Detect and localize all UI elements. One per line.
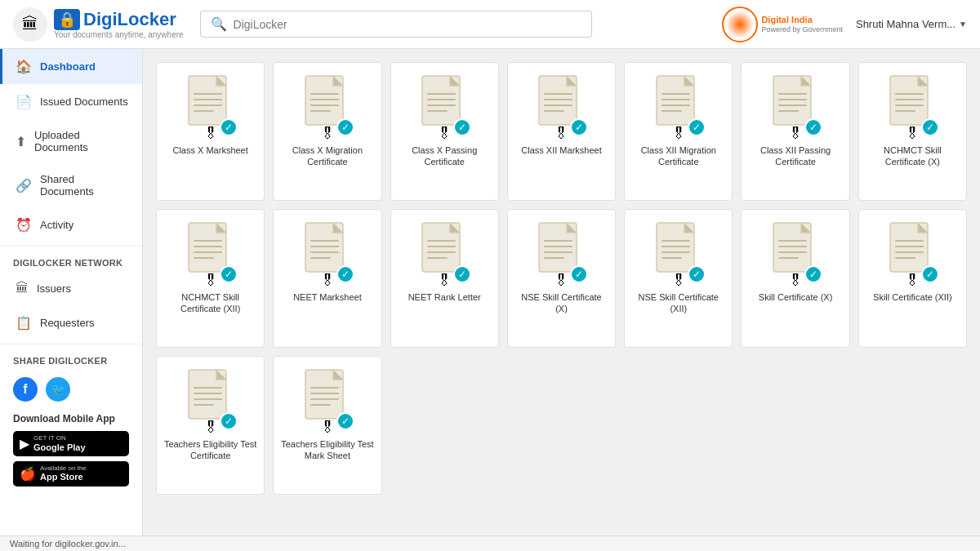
- ribbon-icon: 🎖: [905, 127, 920, 141]
- doc-label: Class X Passing Certificate: [398, 144, 492, 168]
- user-name: Shruti Mahna Verm...: [856, 18, 956, 30]
- digital-india-emblem: [722, 7, 758, 42]
- doc-card-class-x-migration[interactable]: ✓ 🎖 Class X Migration Certificate: [273, 62, 381, 201]
- doc-label: Class XII Marksheet: [521, 144, 601, 156]
- doc-label: NEET Marksheet: [293, 291, 362, 303]
- download-app-label: Download Mobile App: [0, 410, 142, 428]
- doc-icon-skill-cert-xii: ✓ 🎖: [884, 220, 941, 285]
- status-text: Waiting for digilocker.gov.in...: [10, 539, 126, 549]
- upload-icon: ⬆: [16, 134, 26, 149]
- doc-icon-class-x-migration: ✓ 🎖: [299, 73, 356, 138]
- doc-card-class-x-passing[interactable]: ✓ 🎖 Class X Passing Certificate: [390, 62, 499, 201]
- doc-label: NEET Rank Letter: [408, 291, 481, 303]
- ribbon-icon: 🎖: [320, 127, 335, 141]
- google-play-icon: ▶: [20, 436, 29, 451]
- doc-label: Class XII Passing Certificate: [748, 144, 842, 168]
- digital-india-logo: Digital India Powered by Government: [722, 7, 843, 42]
- doc-card-nse-skill-xii[interactable]: ✓ 🎖 NSE Skill Certificate (XII): [624, 209, 733, 348]
- doc-label: Skill Certificate (XII): [873, 291, 952, 303]
- divider-1: [0, 246, 142, 247]
- emblem-icon: 🏛: [13, 7, 47, 42]
- doc-icon-nchmct-skill-xii: ✓ 🎖: [182, 220, 239, 285]
- doc-card-class-xii-marksheet[interactable]: ✓ 🎖 Class XII Marksheet: [507, 62, 616, 201]
- ribbon-icon: 🎖: [905, 273, 920, 288]
- doc-label: Teachers Eligibility Test Mark Sheet: [280, 438, 374, 462]
- apple-icon: 🍎: [20, 466, 36, 482]
- check-badge: ✓: [220, 265, 238, 283]
- doc-icon-skill-cert-x: ✓ 🎖: [767, 220, 824, 285]
- issued-icon: 📄: [16, 94, 32, 109]
- facebook-icon[interactable]: f: [13, 377, 38, 402]
- main-layout: 🏠 Dashboard 📄 Issued Documents ⬆ Uploade…: [0, 49, 980, 535]
- sidebar-label-issued: Issued Documents: [40, 96, 128, 108]
- doc-card-nchmct-skill-x[interactable]: ✓ 🎖 NCHMCT Skill Certificate (X): [858, 62, 967, 201]
- header-right: Digital India Powered by Government Shru…: [722, 7, 967, 42]
- check-badge: ✓: [220, 412, 238, 430]
- ribbon-icon: 🎖: [554, 127, 568, 141]
- doc-card-tet-mark-sheet[interactable]: ✓ 🎖 Teachers Eligibility Test Mark Sheet: [273, 356, 381, 495]
- doc-card-neet-rank-letter[interactable]: ✓ 🎖 NEET Rank Letter: [390, 209, 499, 348]
- check-badge: ✓: [688, 118, 706, 136]
- sidebar-item-issuers[interactable]: 🏛 Issuers: [0, 271, 142, 305]
- ribbon-icon: 🎖: [203, 127, 218, 141]
- ribbon-icon: 🎖: [203, 273, 218, 288]
- issuers-icon: 🏛: [16, 281, 29, 295]
- doc-card-tet-certificate[interactable]: ✓ 🎖 Teachers Eligibility Test Certificat…: [156, 356, 265, 495]
- share-icon: 🔗: [16, 178, 32, 193]
- divider-2: [0, 344, 142, 344]
- doc-card-skill-cert-x[interactable]: ✓ 🎖 Skill Certificate (X): [741, 209, 849, 348]
- network-section-title: DigiLocker Network: [0, 250, 142, 271]
- sidebar-item-activity[interactable]: ⏰ Activity: [0, 207, 142, 242]
- doc-icon-class-x-passing: ✓ 🎖: [416, 73, 473, 138]
- doc-card-class-xii-passing[interactable]: ✓ 🎖 Class XII Passing Certificate: [741, 62, 849, 201]
- doc-card-nse-skill-x[interactable]: ✓ 🎖 NSE Skill Certificate (X): [507, 209, 616, 348]
- doc-label: Class X Migration Certificate: [280, 144, 374, 168]
- sidebar-label-issuers: Issuers: [37, 282, 71, 295]
- doc-label: NSE Skill Certificate (XII): [631, 291, 725, 315]
- header: 🏛 🔒 DigiLocker Your documents anytime, a…: [0, 0, 980, 49]
- logo-tagline: Your documents anytime, anywhere: [54, 30, 184, 39]
- document-grid: ✓ 🎖 Class X Marksheet: [156, 62, 967, 495]
- doc-icon-class-xii-marksheet: ✓ 🎖: [532, 73, 590, 138]
- doc-icon-class-xii-passing: ✓ 🎖: [767, 73, 824, 138]
- app-store-badge[interactable]: 🍎 Available on the App Store: [13, 461, 129, 487]
- sidebar-item-shared[interactable]: 🔗 Shared Documents: [0, 163, 142, 207]
- user-menu[interactable]: Shruti Mahna Verm... ▼: [856, 18, 967, 30]
- ribbon-icon: 🎖: [554, 273, 568, 288]
- doc-card-class-x-marksheet[interactable]: ✓ 🎖 Class X Marksheet: [156, 62, 265, 201]
- doc-label: NSE Skill Certificate (X): [514, 291, 608, 315]
- sidebar-item-requesters[interactable]: 📋 Requesters: [0, 305, 142, 340]
- search-bar[interactable]: 🔍: [200, 11, 592, 38]
- doc-icon-tet-certificate: ✓ 🎖: [182, 367, 239, 432]
- search-input[interactable]: [234, 18, 581, 31]
- doc-icon-nchmct-skill-x: ✓ 🎖: [884, 73, 941, 138]
- content-area: ✓ 🎖 Class X Marksheet: [143, 49, 980, 535]
- ribbon-icon: 🎖: [788, 273, 803, 288]
- ribbon-icon: 🎖: [671, 127, 686, 141]
- doc-label: Skill Certificate (X): [759, 291, 832, 303]
- activity-icon: ⏰: [16, 217, 32, 233]
- logo: 🏛 🔒 DigiLocker Your documents anytime, a…: [13, 7, 184, 42]
- digital-india-text: Digital India Powered by Government: [761, 14, 843, 35]
- doc-label: Teachers Eligibility Test Certificate: [163, 438, 257, 462]
- doc-label: Class XII Migration Certificate: [631, 144, 725, 168]
- twitter-icon[interactable]: 🐦: [46, 377, 70, 402]
- sidebar-label-activity: Activity: [40, 219, 74, 231]
- ribbon-icon: 🎖: [320, 273, 335, 288]
- sidebar-label-dashboard: Dashboard: [40, 60, 96, 73]
- doc-label: NCHMCT Skill Certificate (X): [866, 144, 960, 168]
- sidebar-item-uploaded[interactable]: ⬆ Uploaded Documents: [0, 119, 142, 163]
- doc-card-skill-cert-xii[interactable]: ✓ 🎖 Skill Certificate (XII): [858, 209, 967, 348]
- doc-card-neet-marksheet[interactable]: ✓ 🎖 NEET Marksheet: [273, 209, 381, 348]
- ribbon-icon: 🎖: [437, 127, 452, 141]
- sidebar-item-dashboard[interactable]: 🏠 Dashboard: [0, 49, 142, 84]
- doc-card-nchmct-skill-xii[interactable]: ✓ 🎖 NCHMCT Skill Certificate (XII): [156, 209, 265, 348]
- share-section-title: Share Digilocker: [0, 348, 142, 369]
- google-play-badge[interactable]: ▶ GET IT ON Google Play: [13, 431, 129, 456]
- check-badge: ✓: [688, 265, 706, 283]
- doc-icon-nse-skill-xii: ✓ 🎖: [650, 220, 707, 285]
- doc-card-class-xii-migration[interactable]: ✓ 🎖 Class XII Migration Certificate: [624, 62, 733, 201]
- sidebar-item-issued[interactable]: 📄 Issued Documents: [0, 84, 142, 119]
- ribbon-icon: 🎖: [320, 420, 335, 435]
- app-badges: ▶ GET IT ON Google Play 🍎 Available on t…: [0, 428, 142, 495]
